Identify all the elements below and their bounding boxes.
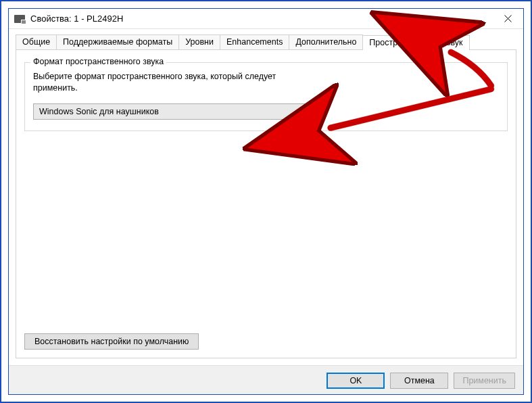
titlebar: Свойства: 1 - PL2492H [9,9,523,29]
close-button[interactable] [493,9,523,29]
tab-levels[interactable]: Уровни [178,34,220,49]
tab-supported-formats[interactable]: Поддерживаемые форматы [56,34,179,49]
tab-enhancements[interactable]: Enhancements [220,34,289,49]
ok-button[interactable]: OK [327,373,385,389]
apply-button: Применить [454,373,515,389]
monitor-icon [14,15,25,23]
tab-content-spatial-sound: Формат пространственного звука Выберите … [16,49,516,358]
dropdown-selected-label: Windows Sonic для наушников [39,107,159,116]
window-title: Свойства: 1 - PL2492H [30,14,493,24]
properties-dialog: Свойства: 1 - PL2492H Общие Поддерживаем… [8,8,524,395]
restore-defaults-button[interactable]: Восстановить настройки по умолчанию [24,333,199,350]
cancel-button[interactable]: Отмена [390,373,448,389]
dialog-button-row: OK Отмена Применить [9,365,523,394]
chevron-down-icon: ▾ [308,108,311,115]
groupbox-description: Выберите формат пространственного звука,… [33,71,290,94]
close-icon [504,15,512,22]
groupbox-title: Формат пространственного звука [30,57,166,66]
tabstrip: Общие Поддерживаемые форматы Уровни Enha… [16,34,516,49]
spatial-format-group: Формат пространственного звука Выберите … [24,62,508,131]
tab-advanced[interactable]: Дополнительно [289,34,363,49]
tab-general[interactable]: Общие [16,34,57,49]
spatial-format-dropdown[interactable]: Windows Sonic для наушников ▾ [33,103,316,120]
dialog-body: Общие Поддерживаемые форматы Уровни Enha… [9,29,523,365]
tab-spatial-sound[interactable]: Пространственный звук [362,35,469,50]
